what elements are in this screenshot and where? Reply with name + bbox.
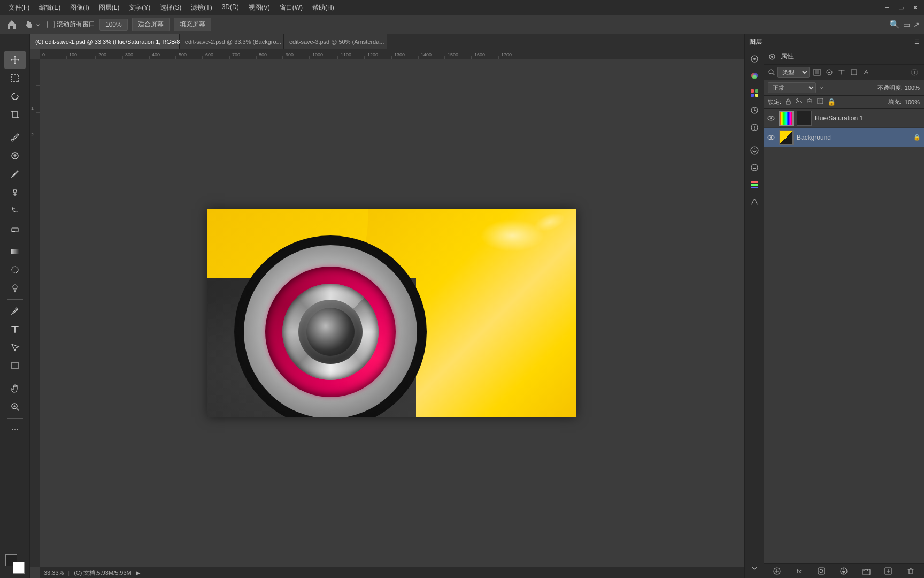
tool-marquee[interactable] (4, 70, 26, 87)
layer-visibility-hue-sat[interactable] (767, 114, 775, 123)
panel-menu-icon[interactable]: ☰ (914, 39, 920, 45)
close-button[interactable]: ✕ (910, 3, 920, 12)
channels-panel-icon[interactable] (747, 177, 762, 192)
lock-position-icon[interactable] (806, 97, 813, 107)
tool-clone[interactable] (4, 184, 26, 201)
layer-new-icon[interactable] (882, 565, 894, 577)
tab-0[interactable]: (C) edit-save-1.psd @ 33.3% (Hue/Saturat… (30, 34, 180, 49)
layers-panel-tab[interactable]: 图层 (749, 37, 762, 47)
canvas-viewport[interactable] (40, 59, 744, 567)
home-button[interactable] (4, 17, 19, 32)
filter-shape-icon[interactable] (849, 67, 859, 78)
history-panel-icon[interactable] (747, 103, 762, 118)
layer-group-icon[interactable] (860, 565, 872, 577)
scroll-all-checkbox[interactable] (47, 21, 55, 28)
share-icon[interactable]: ↗ (913, 20, 920, 29)
svg-rect-5 (11, 249, 19, 254)
tab-1[interactable]: edit-save-2.psd @ 33.3% (Backgro... ✕ (180, 34, 284, 49)
tool-text[interactable] (4, 321, 26, 338)
tool-lasso[interactable] (4, 88, 26, 105)
tool-history-brush[interactable] (4, 202, 26, 219)
tab-label-2: edit-save-3.psd @ 50% (Amsterda... (289, 39, 384, 45)
tool-crop[interactable] (4, 106, 26, 123)
menu-filter[interactable]: 滤镜(T) (187, 2, 216, 13)
blend-mode-select[interactable]: 正常 (768, 82, 816, 93)
lock-all-icon[interactable]: 🔒 (827, 98, 836, 106)
menu-layer[interactable]: 图层(L) (95, 2, 124, 13)
filter-smart-icon[interactable] (861, 67, 872, 78)
tool-eraser[interactable] (4, 220, 26, 237)
properties-header: 属性 (764, 49, 924, 64)
svg-point-87 (770, 136, 772, 139)
search-icon[interactable]: 🔍 (889, 19, 900, 29)
menu-image[interactable]: 图像(I) (66, 2, 93, 13)
menu-window[interactable]: 窗口(W) (275, 2, 307, 13)
canvas-viewport-wrapper: 0 1 2 (30, 59, 744, 567)
fill-value[interactable]: 100% (905, 99, 920, 105)
adjustments-panel-icon[interactable] (747, 160, 762, 175)
layer-visibility-background[interactable] (767, 133, 775, 142)
menu-file[interactable]: 文件(F) (4, 2, 34, 13)
status-arrow[interactable]: ▶ (136, 569, 140, 576)
svg-rect-9 (12, 362, 18, 369)
menu-3d[interactable]: 3D(D) (218, 2, 243, 13)
tool-pen[interactable] (4, 302, 26, 320)
opacity-control: 不透明度: 100% (877, 84, 920, 92)
tool-dodge[interactable] (4, 279, 26, 296)
tool-eyedropper[interactable] (4, 129, 26, 146)
opacity-value[interactable]: 100% (905, 85, 920, 91)
svg-point-56 (753, 58, 756, 60)
layer-row-background[interactable]: Background 🔒 (764, 128, 924, 147)
lock-artboard-icon[interactable] (817, 97, 824, 107)
tool-healing[interactable] (4, 147, 26, 164)
layer-lock-icon: 🔒 (913, 134, 921, 141)
tool-shape[interactable] (4, 357, 26, 374)
tool-hand[interactable] (4, 380, 26, 397)
menu-help[interactable]: 帮助(H) (308, 2, 338, 13)
menu-edit[interactable]: 编辑(E) (35, 2, 65, 13)
tool-zoom[interactable] (4, 398, 26, 415)
fit-screen-button[interactable]: 适合屏幕 (132, 18, 170, 31)
layer-adjustment-add-icon[interactable] (838, 565, 850, 577)
doc-info: (C) 文档:5.93M/5.93M (74, 569, 132, 577)
background-color[interactable] (13, 562, 25, 574)
properties-panel-icon[interactable] (747, 51, 762, 66)
filter-pixel-icon[interactable] (812, 67, 822, 78)
layer-delete-icon[interactable] (905, 565, 917, 577)
library-panel-icon[interactable] (747, 143, 762, 158)
menu-text[interactable]: 文字(Y) (125, 2, 155, 13)
fill-screen-button[interactable]: 填充屏幕 (174, 18, 211, 31)
lock-image-icon[interactable] (795, 97, 803, 107)
color-swatches[interactable] (5, 554, 25, 574)
layers-lock-row: 锁定: 🔒 填充: 100% (764, 96, 924, 109)
layer-type-filter[interactable]: 类型 (777, 67, 810, 78)
minimize-button[interactable]: ─ (882, 3, 892, 12)
menu-view[interactable]: 视图(V) (244, 2, 274, 13)
layer-fx-icon[interactable]: fx (794, 565, 805, 577)
toolbar-expand-icon[interactable]: ⋯ (12, 39, 18, 45)
swatches-panel-icon[interactable] (747, 86, 762, 101)
filter-text-icon[interactable] (836, 67, 847, 78)
color-panel-icon[interactable] (747, 69, 762, 83)
tab-2[interactable]: edit-save-3.psd @ 50% (Amsterda... ✕ (284, 34, 387, 49)
tool-gradient[interactable] (4, 243, 26, 260)
zoom-level-button[interactable]: 100% (99, 19, 128, 31)
filter-toggle[interactable] (909, 67, 920, 78)
tool-blur[interactable] (4, 261, 26, 278)
panel-collapse-icon[interactable] (747, 561, 762, 576)
filter-adjustment-icon[interactable] (824, 67, 835, 78)
learn-panel-icon[interactable] (747, 120, 762, 135)
tool-brush[interactable] (4, 165, 26, 182)
layer-link-icon[interactable] (771, 565, 783, 577)
maximize-button[interactable]: ▭ (896, 3, 906, 12)
layer-row-hue-saturation[interactable]: Hue/Saturation 1 (764, 109, 924, 128)
arrange-icon[interactable]: ▭ (903, 20, 910, 29)
tool-path-select[interactable] (4, 339, 26, 356)
svg-text:1300: 1300 (394, 52, 405, 57)
tool-move[interactable] (4, 51, 26, 69)
layer-mask-add-icon[interactable] (815, 565, 827, 577)
lock-transparency-icon[interactable] (784, 97, 792, 107)
paths-panel-icon[interactable] (747, 194, 762, 209)
menu-select[interactable]: 选择(S) (156, 2, 186, 13)
tool-extra[interactable]: ⋯ (4, 421, 26, 438)
